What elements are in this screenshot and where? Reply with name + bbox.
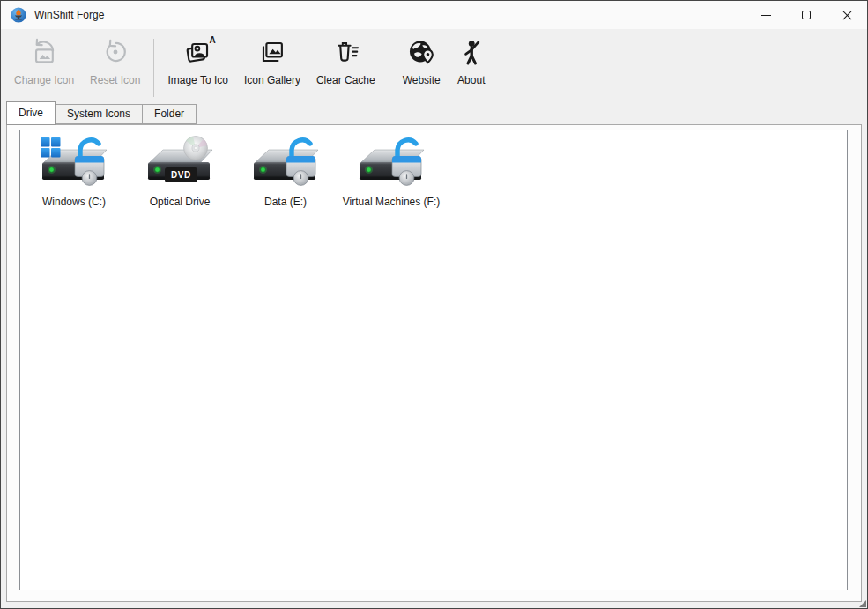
change-icon-label: Change Icon: [14, 74, 74, 86]
about-label: About: [457, 74, 485, 86]
optical-drive-dvd-icon: DVD: [145, 136, 214, 187]
drive-item-virtual-machines-f[interactable]: Virtual Machines (F:): [338, 134, 444, 208]
image-to-ico-icon: A: [183, 37, 213, 67]
maximize-button[interactable]: [786, 1, 827, 29]
icon-gallery-button[interactable]: Icon Gallery: [236, 35, 308, 92]
drive-label: Virtual Machines (F:): [343, 196, 440, 208]
reset-icon-label: Reset Icon: [90, 74, 140, 86]
tab-system-icons[interactable]: System Icons: [55, 104, 143, 124]
resize-grip[interactable]: [859, 600, 866, 607]
toolbar-separator: [153, 39, 154, 97]
drive-item-data-e[interactable]: Data (E:): [233, 134, 338, 208]
icon-gallery-icon: [257, 37, 287, 67]
title-bar: WinShift Forge: [1, 1, 867, 29]
drive-item-windows-c[interactable]: Windows (C:): [21, 134, 127, 208]
drive-label: Optical Drive: [150, 196, 211, 208]
image-to-ico-button[interactable]: A Image To Ico: [160, 35, 235, 92]
website-globe-pin-icon: [406, 37, 436, 67]
drive-item-optical[interactable]: DVD Optical Drive: [127, 134, 233, 208]
close-icon: [842, 10, 853, 21]
drive-label: Data (E:): [264, 196, 307, 208]
clear-cache-label: Clear Cache: [316, 74, 375, 86]
icon-gallery-label: Icon Gallery: [244, 74, 300, 86]
close-button[interactable]: [827, 1, 867, 29]
minimize-button[interactable]: [746, 1, 786, 29]
tab-folder[interactable]: Folder: [142, 104, 197, 124]
tab-control: Drive System Icons Folder Windows (C:) D…: [6, 101, 862, 602]
image-to-ico-label: Image To Ico: [167, 74, 227, 86]
website-button[interactable]: Website: [395, 35, 449, 92]
tab-strip: Drive System Icons Folder: [6, 101, 862, 124]
clear-cache-button[interactable]: Clear Cache: [308, 35, 383, 92]
website-label: Website: [403, 74, 441, 86]
toolbar: Change Icon Reset Icon A Image To Ico Ic…: [1, 29, 867, 101]
drive-tab-page: Windows (C:) DVD Optical Drive Data (E:): [6, 124, 862, 602]
app-window: WinShift Forge Change Icon Reset Icon: [0, 0, 868, 609]
about-button[interactable]: About: [449, 35, 494, 92]
drive-list-view[interactable]: Windows (C:) DVD Optical Drive Data (E:): [19, 130, 848, 590]
dvd-badge: DVD: [165, 167, 197, 182]
reset-icon-button[interactable]: Reset Icon: [82, 35, 148, 92]
reset-icon-icon: [100, 37, 130, 67]
about-person-waving-icon: [456, 37, 486, 67]
drive-bitlocker-unlocked-icon: [357, 136, 426, 187]
tab-drive[interactable]: Drive: [6, 101, 56, 125]
change-icon-icon: [29, 37, 59, 67]
window-controls: [746, 1, 867, 29]
image-to-ico-badge: A: [209, 35, 215, 45]
clear-cache-trash-icon: [330, 37, 360, 67]
drive-bitlocker-unlocked-icon: [251, 136, 320, 187]
minimize-icon: [761, 15, 771, 16]
forge-flame-icon: [11, 7, 26, 23]
window-title: WinShift Forge: [34, 9, 104, 21]
drive-label: Windows (C:): [42, 196, 106, 208]
change-icon-button[interactable]: Change Icon: [6, 35, 82, 92]
maximize-icon: [802, 11, 811, 19]
toolbar-separator: [389, 39, 389, 97]
system-drive-bitlocker-unlocked-icon: [40, 136, 108, 187]
